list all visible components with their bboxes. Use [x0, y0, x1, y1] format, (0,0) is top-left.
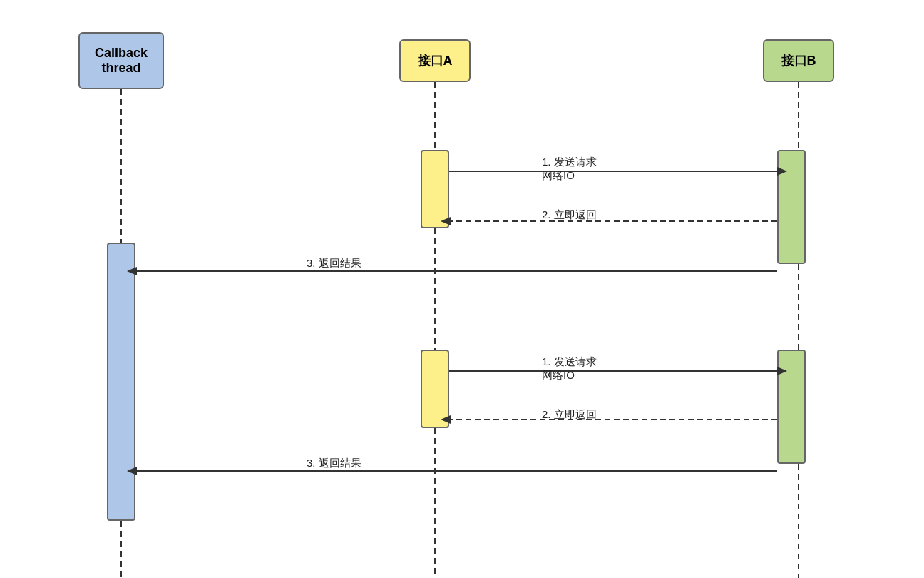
svg-marker-9 [777, 167, 787, 176]
svg-marker-19 [127, 467, 137, 475]
svg-marker-11 [441, 217, 451, 225]
label-arrow5: 2. 立即返回 [542, 408, 597, 422]
label-arrow6: 3. 返回结果 [307, 457, 361, 470]
label-arrow2: 2. 立即返回 [542, 208, 597, 222]
svg-marker-17 [441, 415, 451, 424]
label-arrow1: 1. 发送请求网络IO [542, 156, 597, 183]
label-arrow4: 1. 发送请求网络IO [542, 355, 597, 382]
label-arrow3: 3. 返回结果 [307, 257, 361, 270]
svg-marker-13 [127, 267, 137, 275]
svg-marker-15 [777, 367, 787, 375]
sequence-diagram: Callbackthread 接口A 接口B [0, 0, 924, 578]
diagram-svg [0, 0, 924, 578]
